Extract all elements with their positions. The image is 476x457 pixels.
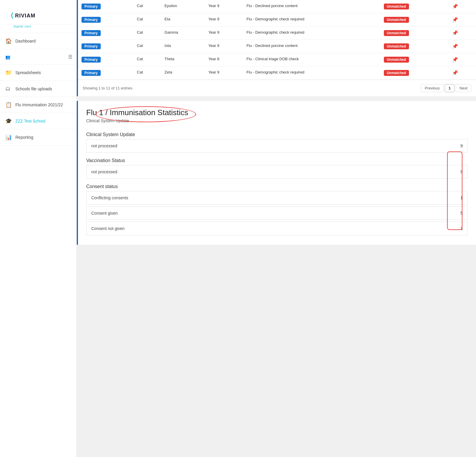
sidebar-item-spreadsheets[interactable]: 📁 Spreadsheets (0, 65, 76, 81)
stats-row-label: not processed (91, 143, 117, 148)
cell-first-name: Cat (133, 0, 161, 13)
cell-reason: Flu - Declined porcine content (243, 40, 380, 53)
records-table: Primary Cat Epsilon Year 9 Flu - Decline… (78, 0, 476, 80)
cell-year: Year 9 (205, 13, 243, 27)
cell-status: Unmatched (380, 40, 449, 53)
reporting-icon: 📊 (5, 134, 12, 141)
stats-row-2-0: Conflicting consents 1 (86, 191, 468, 205)
stats-row-label: Consent not given (91, 226, 125, 231)
schools-file-uploads-icon: 🗂 (5, 86, 12, 92)
pagination-controls: Previous 1 Next (421, 84, 471, 92)
stats-section: Flu 1 / Immunisation Statistics Clinical… (77, 101, 476, 245)
logo-brand: RIVIAM (15, 13, 35, 19)
cell-first-name: Cat (133, 27, 161, 40)
sidebar-item-reporting-label: Reporting (15, 135, 71, 140)
page-1-button[interactable]: 1 (445, 84, 454, 92)
cell-last-name: Theta (161, 53, 205, 66)
table-wrapper: Primary Cat Epsilon Year 9 Flu - Decline… (78, 0, 476, 80)
sidebar-item-spreadsheets-label: Spreadsheets (15, 70, 71, 75)
action-icon[interactable]: 📌 (452, 57, 458, 62)
sidebar-item-schools-file-uploads[interactable]: 🗂 Schools file uploads (0, 81, 76, 97)
stats-row-0-0: not processed 9 (86, 139, 468, 153)
sidebar-item-zzz-test-school-label: ZZZ Test School (15, 119, 71, 123)
stats-subtitle: Clinical System Update (86, 118, 468, 123)
flu-immunisation-icon: 📋 (5, 102, 12, 108)
stats-group-title-1: Vaccination Status (86, 155, 468, 165)
cell-status: Unmatched (380, 53, 449, 66)
sidebar-item-schools-file-uploads-label: Schools file uploads (15, 86, 71, 91)
cell-reason: Flu - Demographic check required (243, 66, 380, 80)
cell-type: Primary (78, 27, 133, 40)
stats-row-label: Conflicting consents (91, 195, 128, 200)
cell-action[interactable]: 📌 (449, 27, 476, 40)
sidebar-navigation: 🏠 Dashboard 👥 ☰ 📁 Spreadsheets 🗂 Schools… (0, 33, 76, 457)
cell-last-name: Iota (161, 40, 205, 53)
cell-year: Year 9 (205, 27, 243, 40)
cell-first-name: Cat (133, 13, 161, 27)
users-icon: 👥 (5, 55, 10, 59)
cell-action[interactable]: 📌 (449, 40, 476, 53)
prev-page-button[interactable]: Previous (421, 84, 444, 92)
sidebar-item-flu-immunisation-label: Flu Immunisation 2021/22 (15, 102, 71, 107)
stats-group-1: Vaccination Status not processed 9 (86, 155, 468, 179)
logo-sub: digital care (5, 25, 71, 28)
home-icon: 🏠 (5, 38, 12, 44)
stats-group-2: Consent status Conflicting consents 1 Co… (86, 181, 468, 235)
stats-row-value: 1 (460, 195, 463, 200)
cell-action[interactable]: 📌 (449, 13, 476, 27)
cell-type: Primary (78, 40, 133, 53)
sidebar: ⟨ RIVIAM digital care 🏠 Dashboard 👥 ☰ 📁 … (0, 0, 77, 457)
stats-group-0: Clinical System Update not processed 9 (86, 129, 468, 153)
action-icon[interactable]: 📌 (452, 44, 458, 49)
table-row: Primary Cat Epsilon Year 9 Flu - Decline… (78, 0, 476, 13)
logo-icon: ⟨ (11, 12, 13, 19)
action-icon[interactable]: 📌 (452, 70, 458, 75)
stats-row-value: 9 (460, 169, 463, 174)
cell-type: Primary (78, 0, 133, 13)
stats-row-label: Consent given (91, 211, 118, 216)
cell-first-name: Cat (133, 66, 161, 80)
stats-row-2-1: Consent given 5 (86, 206, 468, 220)
cell-status: Unmatched (380, 66, 449, 80)
next-page-button[interactable]: Next (456, 84, 471, 92)
stats-row-1-0: not processed 9 (86, 165, 468, 179)
spreadsheets-icon: 📁 (5, 69, 12, 76)
stats-group-title-0: Clinical System Update (86, 129, 468, 139)
stats-row-value: 5 (460, 211, 463, 216)
cell-last-name: Epsilon (161, 0, 205, 13)
cell-type: Primary (78, 53, 133, 66)
cell-status: Unmatched (380, 0, 449, 13)
table-row: Primary Cat Eta Year 9 Flu - Demographic… (78, 13, 476, 27)
cell-first-name: Cat (133, 40, 161, 53)
sidebar-item-flu-immunisation[interactable]: 📋 Flu Immunisation 2021/22 (0, 97, 76, 113)
main-content: Primary Cat Epsilon Year 9 Flu - Decline… (77, 0, 476, 457)
zzz-test-school-icon: 🎓 (5, 118, 12, 124)
cell-first-name: Cat (133, 53, 161, 66)
cell-action[interactable]: 📌 (449, 66, 476, 80)
records-table-section: Primary Cat Epsilon Year 9 Flu - Decline… (77, 0, 476, 96)
sidebar-item-reporting[interactable]: 📊 Reporting (0, 129, 76, 146)
cell-reason: Flu - Demographic check required (243, 13, 380, 27)
cell-action[interactable]: 📌 (449, 0, 476, 13)
action-icon[interactable]: 📌 (452, 4, 458, 9)
sidebar-item-zzz-test-school[interactable]: 🎓 ZZZ Test School (0, 113, 76, 129)
cell-year: Year 9 (205, 0, 243, 13)
cell-type: Primary (78, 13, 133, 27)
stats-title: Flu 1 / Immunisation Statistics (86, 108, 468, 117)
cell-reason: Flu - Clinical triage DOB check (243, 53, 380, 66)
cell-year: Year 9 (205, 66, 243, 80)
table-row: Primary Cat Gamma Year 9 Flu - Demograph… (78, 27, 476, 40)
table-row: Primary Cat Zeta Year 9 Flu - Demographi… (78, 66, 476, 80)
stats-groups: Clinical System Update not processed 9 V… (86, 129, 468, 235)
sidebar-item-users[interactable]: 👥 (0, 50, 64, 64)
pagination-showing: Showing 1 to 11 of 11 entries (83, 86, 132, 90)
action-icon[interactable]: 📌 (452, 17, 458, 22)
pagination-bar: Showing 1 to 11 of 11 entries Previous 1… (78, 80, 476, 96)
stats-row-value: 3 (460, 226, 463, 231)
sidebar-hamburger-menu[interactable]: ☰ (64, 49, 76, 64)
cell-last-name: Zeta (161, 66, 205, 80)
action-icon[interactable]: 📌 (452, 30, 458, 35)
cell-year: Year 9 (205, 40, 243, 53)
sidebar-item-dashboard[interactable]: 🏠 Dashboard (0, 33, 76, 49)
cell-action[interactable]: 📌 (449, 53, 476, 66)
